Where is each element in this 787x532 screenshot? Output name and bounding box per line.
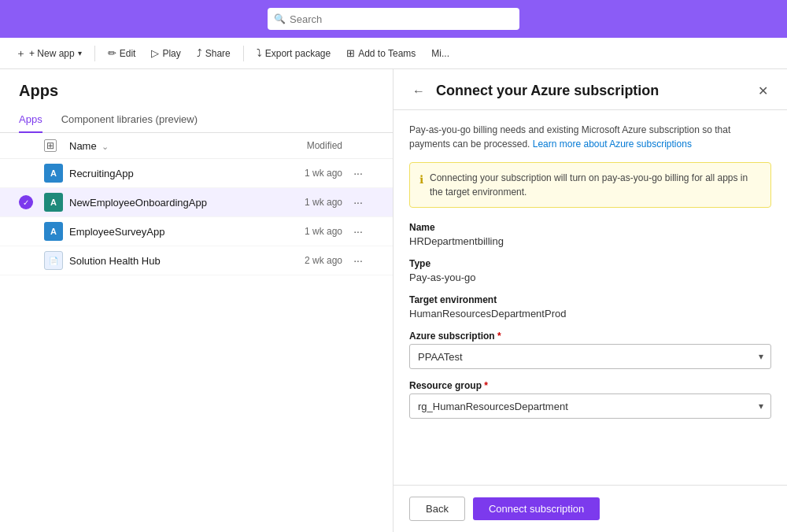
doc-icon: 📄 xyxy=(44,251,63,270)
panel-title: Connect your Azure subscription xyxy=(436,83,747,99)
app-icon: A xyxy=(44,164,63,183)
resource-group-dropdown-wrap: rg_HumanResourcesDepartment ▾ xyxy=(409,393,771,419)
row-name-4: Solution Health Hub xyxy=(69,255,264,267)
row-check-2: ✓ xyxy=(19,195,44,209)
back-button[interactable]: Back xyxy=(409,497,465,521)
row-modified-1: 1 wk ago xyxy=(264,168,342,179)
panel-body: Pay-as-you-go billing needs and existing… xyxy=(394,110,787,485)
resource-group-field-group: Resource group rg_HumanResourcesDepartme… xyxy=(409,380,771,419)
row-icon-1: A xyxy=(44,164,69,183)
table-row[interactable]: A RecruitingApp 1 wk ago ··· xyxy=(0,159,393,188)
row-modified-4: 2 wk ago xyxy=(264,255,342,266)
right-panel: ← Connect your Azure subscription ✕ Pay-… xyxy=(394,69,787,532)
header-icon-col: ⊞ xyxy=(44,139,69,152)
export-icon: ⤵ xyxy=(257,47,262,59)
panel-footer: Back Connect subscription xyxy=(394,485,787,532)
tab-apps[interactable]: Apps xyxy=(19,107,42,133)
connect-subscription-button[interactable]: Connect subscription xyxy=(473,497,600,520)
row-icon-4: 📄 xyxy=(44,251,69,270)
edit-button[interactable]: ✏ Edit xyxy=(102,44,142,62)
row-name-3: EmployeeSurveyApp xyxy=(69,226,264,238)
toolbar-divider xyxy=(94,46,95,61)
resource-group-dropdown[interactable]: rg_HumanResourcesDepartment xyxy=(409,393,771,419)
sort-icon: ⌄ xyxy=(102,142,109,151)
toolbar-divider-2 xyxy=(243,46,244,61)
grid-icon: ⊞ xyxy=(44,139,57,152)
type-field-group: Type Pay-as-you-go xyxy=(409,258,771,283)
tabs: Apps Component libraries (preview) xyxy=(0,106,393,133)
row-actions-1[interactable]: ··· xyxy=(342,167,374,179)
row-icon-2: A xyxy=(44,193,69,212)
edit-icon: ✏ xyxy=(108,47,116,59)
add-to-teams-button[interactable]: ⊞ Add to Teams xyxy=(340,44,422,62)
type-value: Pay-as-you-go xyxy=(409,272,771,283)
row-modified-2: 1 wk ago xyxy=(264,197,342,208)
panel-header: ← Connect your Azure subscription ✕ xyxy=(394,69,787,110)
type-label: Type xyxy=(409,258,771,269)
top-bar: 🔍 xyxy=(0,0,787,38)
table-row[interactable]: ✓ A NewEmployeeOnboardingApp 1 wk ago ··… xyxy=(0,188,393,217)
panel-description: Pay-as-you-go billing needs and existing… xyxy=(409,123,771,151)
warning-icon: ℹ xyxy=(419,172,423,188)
table-row[interactable]: A EmployeeSurveyApp 1 wk ago ··· xyxy=(0,217,393,246)
app-icon: A xyxy=(44,222,63,241)
tab-component-libraries[interactable]: Component libraries (preview) xyxy=(61,107,198,133)
search-icon: 🔍 xyxy=(274,13,286,24)
azure-sub-field-group: Azure subscription PPAATest ▾ xyxy=(409,331,771,369)
app-icon: A xyxy=(44,193,63,212)
azure-sub-dropdown[interactable]: PPAATest xyxy=(409,344,771,369)
target-env-label: Target environment xyxy=(409,294,771,305)
header-modified: Modified xyxy=(264,140,342,151)
left-panel: Apps Apps Component libraries (preview) … xyxy=(0,69,394,532)
plus-icon: ＋ xyxy=(16,46,26,61)
row-modified-3: 1 wk ago xyxy=(264,226,342,237)
name-value: HRDepartmentbilling xyxy=(409,235,771,247)
target-env-field-group: Target environment HumanResourcesDepartm… xyxy=(409,294,771,320)
toolbar: ＋ + New app ▾ ✏ Edit ▷ Play ⤴ Share ⤵ Ex… xyxy=(0,38,787,69)
main-content: Apps Apps Component libraries (preview) … xyxy=(0,69,787,532)
row-actions-4[interactable]: ··· xyxy=(342,254,374,267)
azure-sub-dropdown-wrap: PPAATest ▾ xyxy=(409,344,771,369)
export-button[interactable]: ⤵ Export package xyxy=(250,44,337,62)
chevron-down-icon: ▾ xyxy=(78,49,82,57)
row-actions-2[interactable]: ··· xyxy=(342,196,374,209)
learn-more-link[interactable]: Learn more about Azure subscriptions xyxy=(533,139,692,150)
row-actions-3[interactable]: ··· xyxy=(342,225,374,238)
page-title: Apps xyxy=(0,69,393,106)
teams-icon: ⊞ xyxy=(346,47,355,59)
azure-sub-label: Azure subscription xyxy=(409,331,771,342)
new-app-button[interactable]: ＋ + New app ▾ xyxy=(9,43,88,64)
row-name-1: RecruitingApp xyxy=(69,168,264,179)
search-bar[interactable]: 🔍 xyxy=(268,8,519,30)
share-icon: ⤴ xyxy=(197,47,202,59)
back-nav-button[interactable]: ← xyxy=(409,83,428,100)
table-header: ⊞ Name ⌄ Modified xyxy=(0,133,393,159)
resource-group-label: Resource group xyxy=(409,380,771,391)
target-env-value: HumanResourcesDepartmentProd xyxy=(409,308,771,320)
share-button[interactable]: ⤴ Share xyxy=(190,44,237,62)
apps-table: ⊞ Name ⌄ Modified A RecruitingApp 1 wk a… xyxy=(0,133,393,532)
row-name-2: NewEmployeeOnboardingApp xyxy=(69,197,264,209)
selected-checkmark: ✓ xyxy=(19,195,33,209)
warning-banner: ℹ Connecting your subscription will turn… xyxy=(409,162,771,208)
close-button[interactable]: ✕ xyxy=(755,82,771,100)
row-icon-3: A xyxy=(44,222,69,241)
more-button[interactable]: Mi... xyxy=(425,45,456,62)
search-input[interactable] xyxy=(268,8,519,30)
table-row[interactable]: 📄 Solution Health Hub 2 wk ago ··· xyxy=(0,246,393,275)
play-icon: ▷ xyxy=(151,47,159,59)
play-button[interactable]: ▷ Play xyxy=(145,44,187,62)
header-name[interactable]: Name ⌄ xyxy=(69,140,264,152)
name-field-group: Name HRDepartmentbilling xyxy=(409,222,771,247)
name-label: Name xyxy=(409,222,771,233)
